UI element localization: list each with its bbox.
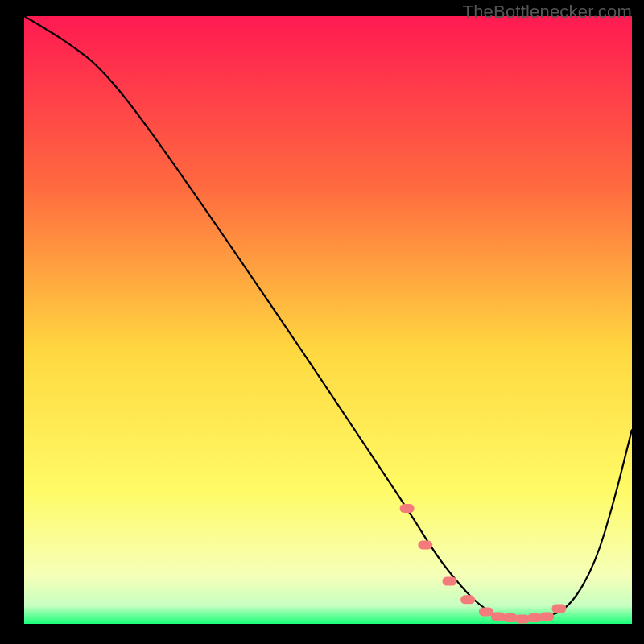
highlight-marker [551,605,566,613]
highlight-marker [515,615,530,624]
highlight-marker [460,595,475,604]
highlight-marker [539,612,554,621]
highlight-marker [479,607,493,616]
highlight-marker [527,613,542,622]
highlight-marker [491,612,506,621]
highlight-marker [400,504,415,513]
highlight-marker [443,577,457,586]
highlight-marker [503,613,518,622]
highlight-marker [418,540,432,549]
watermark-text: TheBottlenecker.com [463,2,632,23]
chart-frame [12,16,632,636]
gradient-background [24,16,632,624]
bottleneck-chart [24,16,632,624]
